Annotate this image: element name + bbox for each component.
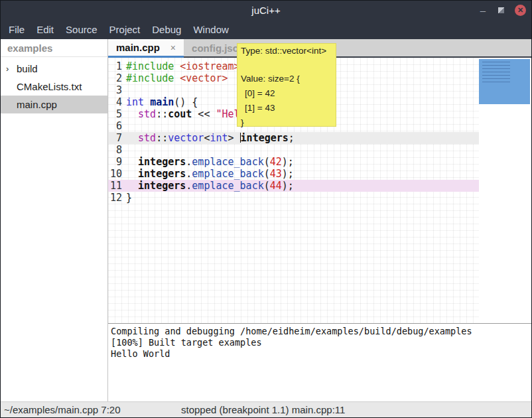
tooltip-value-line: [1] = 43	[241, 101, 332, 115]
line-number[interactable]: 9	[108, 156, 126, 168]
line-number[interactable]: 12	[108, 192, 126, 204]
line-number[interactable]: 11	[108, 180, 126, 192]
tab-main-cpp[interactable]: main.cpp×	[108, 39, 184, 58]
tooltip-value-line: Value: size=2 {	[241, 72, 332, 86]
menu-item-window[interactable]: Window	[187, 21, 234, 38]
file-tree: ›buildCMakeLists.txtmain.cpp	[1, 57, 107, 113]
line-number[interactable]: 5	[108, 108, 126, 120]
code-line-11[interactable]: 11 integers.emplace_back(44);	[108, 180, 479, 192]
tab-close-icon[interactable]: ×	[170, 42, 176, 53]
tooltip-type: Type: std::vector<int>	[241, 46, 332, 56]
sidebar-item-build[interactable]: ›build	[1, 60, 107, 78]
menu-item-source[interactable]: Source	[60, 21, 103, 38]
line-number[interactable]: 8	[108, 144, 126, 156]
minimap-column[interactable]	[479, 58, 531, 323]
app-window: juCi++ – ✕ FileEditSourceProjectDebugWin…	[0, 0, 532, 418]
code-line-10[interactable]: 10 integers.emplace_back(43);	[108, 168, 479, 180]
line-code[interactable]: }	[126, 192, 479, 204]
line-code[interactable]: integers.emplace_back(44);	[126, 180, 479, 192]
sidebar-item-cmakelists-txt[interactable]: CMakeLists.txt	[1, 78, 107, 96]
status-file-position: ~/examples/main.cpp 7:20	[4, 404, 121, 415]
window-title: juCi++	[251, 5, 280, 16]
menu-item-debug[interactable]: Debug	[146, 21, 187, 38]
window-controls: – ✕	[478, 1, 526, 20]
tooltip-value-line: }	[241, 115, 332, 130]
debug-value-tooltip: Type: std::vector<int> Value: size=2 {[0…	[237, 43, 336, 127]
terminal-line: Hello World	[111, 348, 529, 360]
minimap-slider[interactable]	[479, 59, 530, 104]
line-code[interactable]: integers.emplace_back(43);	[126, 168, 479, 180]
statusbar: ~/examples/main.cpp 7:20 stopped (breakp…	[1, 401, 531, 417]
line-number[interactable]: 1	[108, 60, 126, 72]
tooltip-value-line: [0] = 42	[241, 86, 332, 101]
line-number[interactable]: 10	[108, 168, 126, 180]
menubar: FileEditSourceProjectDebugWindow	[1, 20, 531, 39]
tooltip-value-block: Value: size=2 {[0] = 42[1] = 43}	[241, 72, 332, 130]
line-number[interactable]: 3	[108, 84, 126, 96]
code-line-12[interactable]: 12}	[108, 192, 479, 204]
menu-item-edit[interactable]: Edit	[31, 21, 60, 38]
menu-item-file[interactable]: File	[3, 21, 31, 38]
restore-icon[interactable]	[498, 7, 504, 13]
tree-item-label: build	[17, 63, 38, 74]
line-code[interactable]: std::vector<int> integers;	[126, 132, 479, 144]
tab-label: main.cpp	[116, 42, 160, 53]
line-code[interactable]	[126, 144, 479, 156]
file-tree-sidebar: examples ›buildCMakeLists.txtmain.cpp	[1, 39, 108, 401]
titlebar[interactable]: juCi++ – ✕	[1, 1, 531, 20]
code-line-7[interactable]: 7 std::vector<int> integers;	[108, 132, 479, 144]
chevron-right-icon[interactable]: ›	[6, 60, 9, 78]
line-code[interactable]: integers.emplace_back(42);	[126, 156, 479, 168]
line-number[interactable]: 6	[108, 120, 126, 132]
menu-item-project[interactable]: Project	[103, 21, 147, 38]
compile-output-terminal[interactable]: Compiling and debugging /home/eidheim/ex…	[108, 324, 531, 401]
terminal-line: [100%] Built target examples	[111, 337, 529, 348]
code-line-8[interactable]: 8	[108, 144, 479, 156]
tree-item-label: CMakeLists.txt	[17, 81, 82, 92]
line-number[interactable]: 4	[108, 96, 126, 108]
line-number[interactable]: 7	[108, 132, 126, 144]
code-line-9[interactable]: 9 integers.emplace_back(42);	[108, 156, 479, 168]
status-debug-state: stopped (breakpoint 1.1) main.cpp:11	[181, 404, 345, 415]
terminal-line: Compiling and debugging /home/eidheim/ex…	[111, 326, 529, 337]
line-number[interactable]: 2	[108, 72, 126, 84]
minimap-code-preview	[482, 62, 510, 85]
project-name: examples	[1, 39, 107, 57]
tree-item-label: main.cpp	[17, 99, 57, 110]
sidebar-item-main-cpp[interactable]: main.cpp	[1, 96, 107, 113]
close-icon[interactable]: ✕	[515, 5, 526, 16]
minimize-icon[interactable]: –	[478, 7, 488, 14]
